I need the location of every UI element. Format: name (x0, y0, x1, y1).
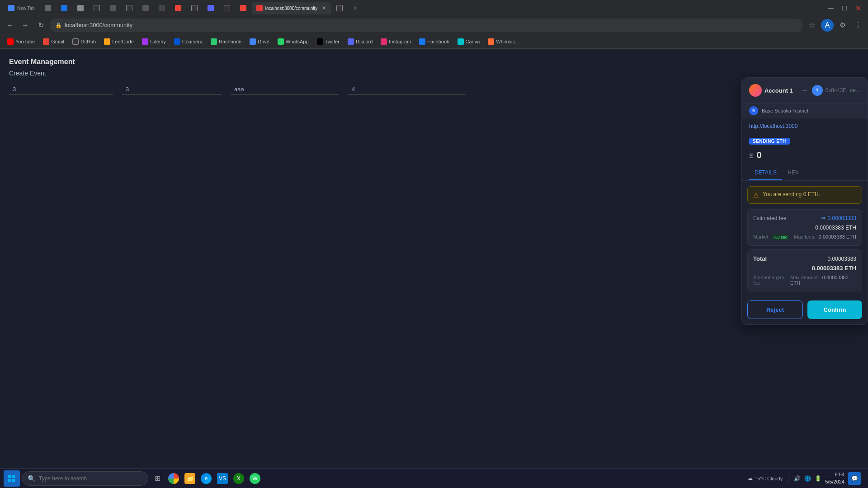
wallet-tabs: DETAILS HEX (742, 166, 868, 181)
tab-other-10[interactable] (170, 2, 186, 14)
wallet-amount: Ξ 0 (749, 150, 762, 160)
search-input[interactable] (39, 475, 138, 482)
tray-icon-3: 🔋 (815, 475, 821, 482)
chrome-taskbar-icon[interactable] (166, 471, 181, 486)
bookmark-discord[interactable]: Discord (344, 38, 376, 46)
event-name-input[interactable] (9, 84, 113, 95)
eth-symbol: Ξ (749, 152, 753, 160)
menu-button[interactable]: ⋮ (852, 19, 864, 32)
bookmark-button[interactable]: ☆ (806, 19, 818, 32)
tab-other-5[interactable] (89, 2, 104, 14)
taskbar-clock: 8:54 5/5/2024 (825, 471, 844, 485)
estimated-fee-box: Estimated fee ✏ 0.00003383 0.00003383 ET… (747, 209, 862, 246)
wallet-arrow-icon[interactable]: → (801, 86, 808, 94)
max-fees-label: Max fees: 0.00003383 ETH (794, 234, 856, 240)
bookmark-whimsical[interactable]: Whimsic... (484, 38, 523, 46)
total-value: 0.00003383 (828, 256, 856, 262)
address-bar[interactable]: 🔒 localhost:3000/community (50, 19, 803, 32)
tab-other-4[interactable] (73, 2, 88, 14)
tab-bar: New Tab (0, 0, 868, 16)
bookmark-facebook[interactable]: Facebook (415, 38, 453, 46)
wallet-amount-row: Ξ 0 (742, 148, 868, 166)
wallet-address: 0x8c43F...ce... (826, 87, 860, 94)
warning-icon: ⚠ (753, 192, 759, 199)
bookmark-coursera[interactable]: Coursera (170, 38, 206, 46)
event-location-input[interactable] (231, 84, 339, 95)
start-button[interactable] (4, 470, 20, 487)
back-button[interactable]: ← (4, 19, 16, 32)
tab-active[interactable]: localhost:3000/community ✕ (252, 2, 331, 14)
bookmark-udemy[interactable]: Udemy (138, 38, 170, 46)
maximize-button[interactable]: □ (838, 2, 851, 14)
tab-other-8[interactable] (138, 2, 153, 14)
tab-other-7[interactable] (122, 2, 137, 14)
refresh-button[interactable]: ↻ (34, 19, 47, 32)
xbox-taskbar-icon[interactable]: X (231, 471, 246, 486)
wallet-action-row: Reject Confirm (742, 295, 868, 324)
bookmark-github[interactable]: GitHub (69, 38, 99, 46)
close-button[interactable]: ✕ (852, 2, 864, 14)
estimated-fee-eth: 0.00003383 ETH (815, 225, 856, 231)
estimated-fee-value-blue: ✏ 0.00003383 (821, 215, 856, 221)
tab-other-3[interactable] (57, 2, 72, 14)
tab-other-2[interactable] (40, 2, 56, 14)
bookmark-instagram[interactable]: Instagram (377, 38, 415, 46)
profile-button[interactable]: A (821, 19, 834, 32)
event-max-attendees-input[interactable] (348, 84, 466, 95)
svg-rect-2 (8, 479, 11, 482)
total-box: Total 0.00003383 0.00003383 ETH Amount +… (747, 249, 862, 291)
forward-button[interactable]: → (19, 19, 32, 32)
tab-other-15[interactable] (332, 2, 347, 14)
notification-button[interactable]: 💬 (848, 472, 861, 485)
wallet-header: Account 1 → ? 0x8c43F...ce... (742, 78, 868, 103)
tab-other-11[interactable] (187, 2, 202, 14)
tab-other-1[interactable]: New Tab (4, 2, 39, 14)
vscode-taskbar-icon[interactable]: VS (215, 471, 230, 486)
wallet-modal: Account 1 → ? 0x8c43F...ce... B Base Sep… (741, 77, 868, 325)
max-amount-label: Max amount: 0.00003383 ETH (790, 275, 856, 286)
svg-rect-0 (8, 475, 11, 478)
wallet-warning: ⚠ You are sending 0 ETH. (747, 186, 862, 204)
tab-hex[interactable]: HEX (782, 166, 804, 180)
bookmark-youtube[interactable]: YouTube (4, 38, 38, 46)
weather-display: ☁ 15°C Cloudy (748, 475, 783, 481)
taskbar-right: ☁ 15°C Cloudy 🔊 🌐 🔋 8:54 5/5/2024 💬 (748, 471, 864, 485)
tray-icon-1: 🔊 (794, 475, 801, 482)
bookmark-leetcode[interactable]: LeetCode (100, 38, 137, 46)
confirm-button[interactable]: Confirm (807, 300, 862, 319)
tab-other-12[interactable] (203, 2, 218, 14)
tab-details[interactable]: DETAILS (749, 166, 782, 180)
extensions-button[interactable]: ⚙ (836, 19, 849, 32)
task-view-button[interactable]: ⊞ (150, 471, 165, 486)
explorer-taskbar-icon[interactable]: 📁 (183, 471, 197, 486)
reject-button[interactable]: Reject (747, 300, 803, 319)
taskbar-search[interactable]: 🔍 (22, 471, 148, 486)
tab-other-6[interactable] (105, 2, 121, 14)
tab-other-13[interactable] (219, 2, 235, 14)
edge-taskbar-icon[interactable]: e (199, 471, 213, 486)
page-title: Event Management (9, 58, 859, 66)
event-form (9, 84, 859, 95)
svg-rect-3 (12, 479, 15, 482)
bookmark-twitter[interactable]: Twitter (313, 38, 343, 46)
bookmark-whatsapp[interactable]: WhatsApp (274, 38, 312, 46)
event-date-input[interactable] (122, 84, 222, 95)
pencil-icon: ✏ (821, 215, 826, 221)
whatsapp-taskbar-icon[interactable]: W (248, 471, 262, 486)
tab-new[interactable]: + (348, 2, 362, 14)
bookmark-drive[interactable]: Drive (246, 38, 273, 46)
market-label: Market -30 sec (753, 234, 789, 240)
bookmark-hashnode[interactable]: Hashnode (207, 38, 245, 46)
tab-other-9[interactable] (154, 2, 170, 14)
tab-other-14[interactable] (236, 2, 251, 14)
sending-badge: SENDING ETH (749, 138, 790, 145)
minimize-button[interactable]: ─ (825, 2, 837, 14)
url-display: localhost:3000/community (65, 22, 132, 28)
bookmark-canva[interactable]: Canva (454, 38, 484, 46)
bookmark-gmail[interactable]: Gmail (39, 38, 68, 46)
total-eth: 0.00003383 ETH (812, 265, 856, 272)
wallet-account-name: Account 1 (764, 87, 798, 94)
network-name: Base Sepolia Testnet (762, 108, 808, 113)
wallet-network-icon: ? (812, 85, 823, 96)
bookmarks-bar: YouTube Gmail GitHub LeetCode Udemy Cour… (0, 34, 868, 49)
